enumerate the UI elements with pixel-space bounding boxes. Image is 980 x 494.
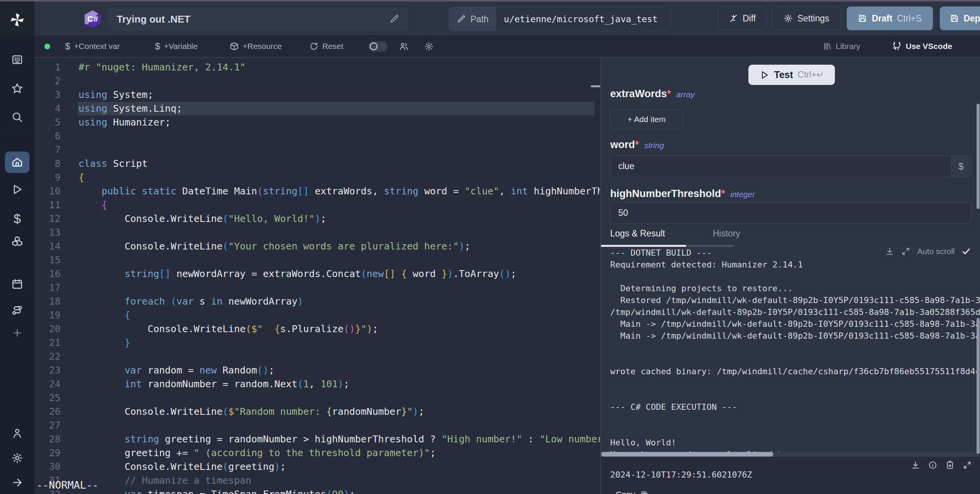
deploy-button[interactable]: Deploy — [940, 7, 980, 30]
add-variable-button[interactable]: $ +Variable — [155, 35, 198, 57]
dollar-icon: $ — [65, 41, 70, 52]
code-line — [78, 391, 600, 405]
tab-logs-result[interactable]: Logs & Result — [610, 228, 665, 239]
insert-variable-button[interactable]: $ — [951, 156, 970, 177]
use-vscode-button[interactable]: Use VScode — [892, 35, 952, 57]
code-line: using System.Linq; — [78, 102, 600, 116]
add-context-var-label: +Context var — [74, 42, 120, 51]
download-icon[interactable] — [885, 247, 894, 256]
package-icon — [230, 42, 239, 51]
settings-button[interactable]: Settings — [772, 7, 841, 30]
library-button[interactable]: Library — [823, 35, 860, 57]
library-label: Library — [836, 42, 860, 51]
draft-button[interactable]: Draft Ctrl+S — [847, 7, 933, 30]
editor-settings-button[interactable] — [424, 35, 434, 57]
required-star: * — [635, 139, 639, 150]
toggle-off[interactable] — [368, 41, 387, 52]
word-input[interactable]: clue $ — [610, 155, 971, 177]
path-field[interactable]: Path u/etienne/microsoft_java_test — [449, 7, 671, 31]
sidebar-item-settings[interactable] — [0, 447, 34, 469]
editor-toolbar: $ +Context var $ +Variable +Resource Res… — [34, 35, 980, 57]
check-icon[interactable] — [962, 247, 971, 256]
add-context-var-button[interactable]: $ +Context var — [65, 35, 120, 57]
logs-output[interactable]: --- DOTNET BUILD --- Requirement detecte… — [610, 247, 980, 453]
sidebar-item-schedules[interactable] — [0, 273, 34, 295]
fullscreen-icon[interactable] — [963, 461, 972, 470]
sidebar-item-runs[interactable] — [0, 179, 34, 200]
line-number: 14 — [34, 240, 60, 253]
logs-vscroll-thumb[interactable] — [977, 318, 980, 454]
reset-button[interactable]: Reset — [309, 35, 343, 57]
sidebar-item-resources[interactable] — [0, 231, 34, 252]
code-line: Console.WriteLine($" {s.Pluralize()}"); — [78, 322, 600, 336]
arrow-right-icon — [11, 477, 23, 488]
required-star: * — [721, 188, 725, 199]
edit-pencil-icon[interactable] — [389, 14, 399, 24]
line-number: 16 — [34, 267, 60, 281]
code-line: Console.WriteLine("Your chosen words are… — [78, 240, 600, 253]
draft-label: Draft — [872, 13, 892, 24]
line-number: 29 — [34, 446, 60, 460]
sidebar-item-user[interactable] — [0, 422, 34, 444]
save-icon — [858, 14, 867, 23]
code-line: Console.WriteLine("Hello, World!"); — [78, 212, 600, 226]
expand-icon[interactable] — [901, 247, 910, 256]
sidebar-item-apps[interactable] — [0, 49, 34, 70]
sidebar-item-flows[interactable] — [0, 300, 34, 321]
arg-threshold-label: highNumberThreshold*integer — [610, 188, 755, 200]
copy-result-button[interactable]: Copy — [616, 490, 649, 494]
line-number: 24 — [34, 377, 60, 391]
titlebar: C# Trying out .NET Path u/etienne/micros… — [34, 2, 980, 35]
sidebar-item-favorites[interactable] — [0, 78, 34, 99]
diff-label: Diff — [743, 13, 756, 24]
path-label: Path — [470, 14, 488, 24]
code-line — [78, 419, 600, 432]
logs-hscroll-thumb[interactable] — [601, 452, 773, 457]
panel-vscroll-thumb[interactable] — [977, 104, 980, 209]
add-item-label: + Add item — [627, 115, 666, 124]
gear-icon — [11, 452, 23, 464]
gear-icon — [784, 14, 793, 23]
editor-scroll-edge — [592, 57, 592, 494]
code-line — [78, 143, 600, 157]
add-variable-label: +Variable — [164, 42, 198, 51]
test-button[interactable]: Test Ctrl+↵ — [748, 65, 835, 85]
code-line — [78, 129, 600, 143]
code-line: { — [78, 308, 600, 322]
sidebar-item-search[interactable] — [0, 106, 34, 128]
code-line: var timespan = TimeSpan.FromMinutes(90); — [78, 487, 600, 494]
use-vscode-label: Use VScode — [906, 42, 952, 51]
line-number: 2 — [34, 74, 60, 88]
download-icon[interactable] — [911, 461, 920, 470]
code-line — [78, 350, 600, 364]
script-title-input[interactable]: Trying out .NET — [108, 7, 408, 31]
users-icon — [399, 41, 409, 51]
info-icon[interactable] — [928, 461, 937, 470]
sidebar-item-add[interactable] — [0, 322, 34, 344]
tab-history[interactable]: History — [713, 228, 740, 239]
sidebar-item-home[interactable] — [5, 152, 29, 173]
threshold-input[interactable]: 50 — [610, 202, 971, 224]
panel-resize-handle[interactable] — [591, 85, 600, 87]
windmill-logo[interactable] — [0, 3, 34, 37]
line-number: 21 — [34, 336, 60, 350]
line-number: 27 — [34, 419, 60, 432]
arg-name: highNumberThreshold — [610, 188, 721, 199]
sidebar-item-collapse[interactable] — [0, 472, 34, 493]
clipboard-icon[interactable] — [946, 461, 954, 470]
code-editor[interactable]: 1234567891011121314151617181920212223242… — [34, 57, 600, 494]
add-resource-label: +Resource — [243, 42, 282, 51]
copy-icon — [640, 491, 649, 494]
add-item-button[interactable]: + Add item — [610, 109, 683, 129]
assistant-toggle[interactable] — [368, 35, 387, 57]
settings-label: Settings — [797, 13, 829, 24]
windmill-script-editor: $ — [0, 0, 980, 494]
test-label: Test — [774, 69, 793, 80]
windmill-logo-icon — [8, 11, 26, 29]
add-resource-button[interactable]: +Resource — [230, 35, 282, 57]
sidebar-item-variables[interactable]: $ — [0, 208, 34, 229]
threshold-input-value: 50 — [618, 208, 628, 218]
diff-button[interactable]: Diff — [718, 7, 767, 30]
multiplayer-button[interactable] — [399, 35, 409, 57]
calendar-icon — [11, 278, 23, 290]
